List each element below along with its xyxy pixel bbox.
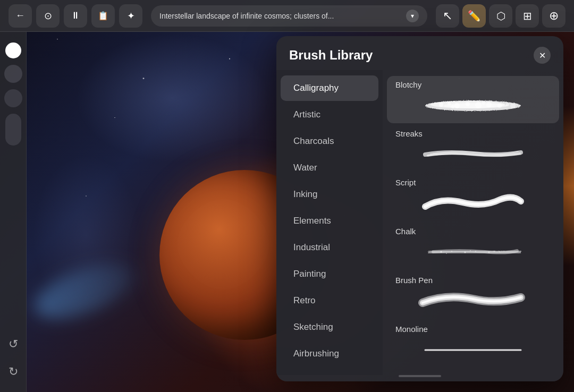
svg-point-19 xyxy=(499,251,500,252)
prompt-text: Interstellar landscape of infinite cosmo… xyxy=(159,12,406,20)
brush-library-panel: Brush Library ✕ Calligraphy Artistic Cha… xyxy=(276,36,563,381)
svg-point-10 xyxy=(506,103,509,106)
category-item-water[interactable]: Water xyxy=(281,155,378,181)
category-item-retro[interactable]: Retro xyxy=(281,288,378,313)
brush-item-blotchy[interactable]: Blotchy xyxy=(387,76,559,123)
brush-tool-button[interactable]: ✏️ xyxy=(462,4,486,28)
svg-point-16 xyxy=(465,251,466,253)
undo-button[interactable]: ↺ xyxy=(4,335,23,354)
brush-name-blotchy: Blotchy xyxy=(395,80,551,89)
svg-point-15 xyxy=(451,251,452,252)
pause-icon: ⏸ xyxy=(71,10,80,21)
brush-name-streaks: Streaks xyxy=(395,129,551,138)
svg-point-12 xyxy=(451,105,454,108)
svg-point-11 xyxy=(510,103,516,108)
menu-button[interactable]: ⊙ xyxy=(36,4,60,28)
svg-point-17 xyxy=(475,251,476,252)
menu-icon: ⊙ xyxy=(44,10,52,22)
prompt-bar[interactable]: Interstellar landscape of infinite cosmo… xyxy=(151,5,427,27)
category-item-painting[interactable]: Painting xyxy=(281,261,378,287)
svg-point-9 xyxy=(497,104,502,108)
magic-icon: ✦ xyxy=(127,10,135,22)
svg-point-21 xyxy=(470,250,471,251)
svg-point-14 xyxy=(441,251,442,252)
add-button[interactable]: ⊕ xyxy=(542,4,565,28)
svg-point-22 xyxy=(494,250,495,252)
svg-point-18 xyxy=(488,251,490,253)
brush-item-script[interactable]: Script xyxy=(387,174,559,221)
panel-title: Brush Library xyxy=(289,48,373,63)
svg-point-8 xyxy=(486,102,492,107)
category-item-airbrushing[interactable]: Airbrushing xyxy=(281,341,378,367)
close-panel-button[interactable]: ✕ xyxy=(534,47,551,64)
category-item-charcoals[interactable]: Charcoals xyxy=(281,129,378,154)
brush-preview-script xyxy=(395,190,551,217)
toolbar-right: ↖ ✏️ ⬡ ⊞ ⊕ xyxy=(436,4,565,28)
brush-item-monoline[interactable]: Monoline xyxy=(387,320,559,368)
close-icon: ✕ xyxy=(539,50,546,61)
right-accent-decoration xyxy=(563,106,574,266)
eraser-tool-button[interactable]: ⬡ xyxy=(489,4,512,28)
category-item-industrial[interactable]: Industrial xyxy=(281,235,378,260)
add-icon: ⊕ xyxy=(549,9,559,23)
svg-point-4 xyxy=(448,102,451,105)
brush-item-streaks[interactable]: Streaks xyxy=(387,125,559,172)
brush-preview-streaks xyxy=(395,141,551,168)
size-slider-3[interactable] xyxy=(5,114,21,146)
brush-preview-chalk xyxy=(395,239,551,266)
svg-point-7 xyxy=(475,102,482,108)
redo-button[interactable]: ↻ xyxy=(4,362,23,381)
brush-preview-monoline xyxy=(395,337,551,363)
eraser-icon: ⬡ xyxy=(496,10,505,22)
brush-preview-brushpen xyxy=(395,288,551,314)
pause-button[interactable]: ⏸ xyxy=(64,4,87,28)
svg-point-20 xyxy=(446,253,447,254)
back-button[interactable]: ← xyxy=(9,4,32,28)
magic-button[interactable]: ✦ xyxy=(119,4,142,28)
brush-preview-blotchy xyxy=(395,92,551,119)
layers-icon: ⊞ xyxy=(523,10,532,22)
top-toolbar: ← ⊙ ⏸ 📋 ✦ Interstellar landscape of infi… xyxy=(0,0,574,32)
left-toolbar: ↺ ↻ xyxy=(0,32,27,392)
svg-point-3 xyxy=(439,103,443,107)
svg-point-6 xyxy=(466,102,470,106)
select-tool-button[interactable]: ↖ xyxy=(436,4,459,28)
category-list: Calligraphy Artistic Charcoals Water Ink… xyxy=(276,70,383,375)
panel-body: Calligraphy Artistic Charcoals Water Ink… xyxy=(276,70,563,375)
brush-name-chalk: Chalk xyxy=(395,227,551,236)
color-picker[interactable] xyxy=(5,42,21,58)
panel-header: Brush Library ✕ xyxy=(276,36,563,70)
brush-list: Blotchy xyxy=(383,70,563,375)
select-icon: ↖ xyxy=(443,9,452,23)
brush-item-brushpen[interactable]: Brush Pen xyxy=(387,271,559,319)
category-item-calligraphy[interactable]: Calligraphy xyxy=(281,75,378,101)
scroll-indicator xyxy=(399,375,441,377)
brush-icon: ✏️ xyxy=(468,10,481,22)
category-item-inking[interactable]: Inking xyxy=(281,182,378,207)
svg-point-13 xyxy=(482,101,485,105)
brush-name-brushpen: Brush Pen xyxy=(395,276,551,285)
brush-name-script: Script xyxy=(395,178,551,187)
chevron-down-icon: ▾ xyxy=(406,10,419,22)
category-item-artistic[interactable]: Artistic xyxy=(281,102,378,127)
size-slider-1[interactable] xyxy=(4,65,22,83)
layers-button[interactable]: ⊞ xyxy=(516,4,539,28)
save-icon: 📋 xyxy=(98,11,108,21)
category-item-sketching[interactable]: Sketching xyxy=(281,314,378,340)
undo-redo-group: ↺ ↻ xyxy=(4,335,23,381)
size-slider-2[interactable] xyxy=(4,89,22,107)
brush-name-monoline: Monoline xyxy=(395,325,551,334)
brush-item-chalk[interactable]: Chalk xyxy=(387,223,559,270)
svg-point-5 xyxy=(454,103,460,108)
category-item-elements[interactable]: Elements xyxy=(281,208,378,234)
save-button[interactable]: 📋 xyxy=(91,4,115,28)
